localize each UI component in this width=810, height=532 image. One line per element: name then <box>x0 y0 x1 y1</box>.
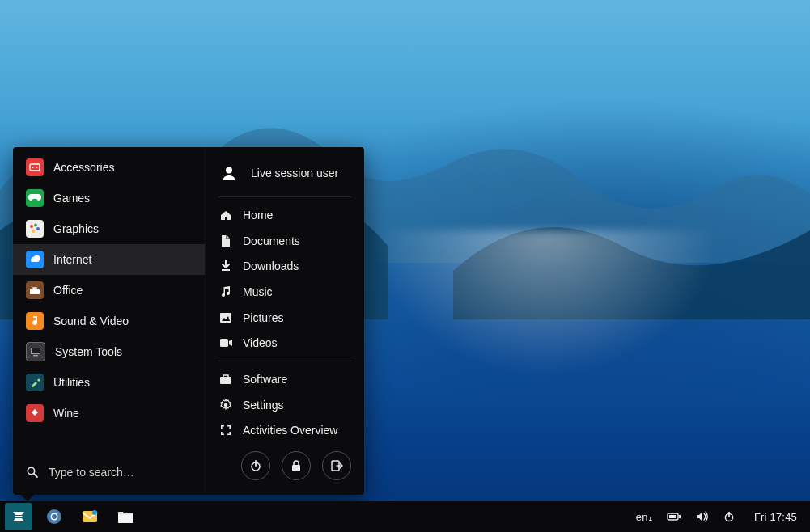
system-activities[interactable]: Activities Overview <box>206 417 364 443</box>
system-software[interactable]: Software <box>206 366 364 392</box>
search-input[interactable] <box>47 465 192 479</box>
category-graphics[interactable]: Graphics <box>13 213 205 244</box>
keyboard-layout-indicator[interactable]: en₁ <box>636 511 652 523</box>
taskbar-left <box>0 503 139 530</box>
activities-icon <box>218 423 233 437</box>
power-button[interactable] <box>241 451 270 480</box>
search-icon <box>26 466 39 479</box>
category-system-tools[interactable]: System Tools <box>13 336 205 367</box>
category-wine[interactable]: Wine <box>13 398 205 429</box>
battery-icon[interactable] <box>667 512 681 521</box>
place-documents[interactable]: Documents <box>206 228 364 254</box>
svg-point-1 <box>32 167 34 168</box>
internet-icon <box>26 251 44 268</box>
lock-button[interactable] <box>282 451 311 480</box>
volume-icon[interactable] <box>696 511 709 522</box>
zorin-logo-icon <box>10 508 28 526</box>
place-home[interactable]: Home <box>206 202 364 228</box>
videos-icon <box>218 336 233 350</box>
svg-point-25 <box>52 514 57 519</box>
graphics-icon <box>26 220 44 238</box>
pictures-icon <box>218 310 233 325</box>
place-label: Documents <box>243 234 351 247</box>
taskbar-app-chromium[interactable] <box>40 503 68 530</box>
category-label: Accessories <box>53 161 192 174</box>
power-icon <box>249 459 262 472</box>
home-icon <box>218 208 233 222</box>
category-label: Sound & Video <box>53 315 192 327</box>
taskbar-app-files[interactable] <box>112 503 139 530</box>
settings-icon <box>218 398 233 412</box>
place-label: Home <box>243 209 351 222</box>
user-header[interactable]: Live session user <box>206 152 364 192</box>
office-icon <box>26 281 44 299</box>
chromium-icon <box>45 508 63 526</box>
svg-line-12 <box>34 474 37 477</box>
taskbar-app-mail[interactable] <box>76 503 104 530</box>
svg-rect-21 <box>292 465 300 471</box>
category-internet[interactable]: Internet <box>13 244 205 275</box>
svg-rect-15 <box>220 313 231 323</box>
svg-point-27 <box>92 510 97 515</box>
svg-rect-31 <box>669 515 676 518</box>
svg-point-13 <box>226 167 232 173</box>
system-settings[interactable]: Settings <box>206 392 364 418</box>
clock[interactable]: Fri 17:45 <box>754 511 797 523</box>
svg-rect-17 <box>220 377 231 384</box>
system-label: Settings <box>243 399 351 412</box>
svg-rect-10 <box>33 355 38 356</box>
places-column: Live session user Home Documents Downloa… <box>205 147 364 495</box>
svg-rect-14 <box>222 269 230 271</box>
category-accessories[interactable]: Accessories <box>13 152 205 183</box>
start-menu: Accessories Games Graphics Internet <box>13 147 364 495</box>
place-downloads[interactable]: Downloads <box>206 254 364 280</box>
category-label: Graphics <box>53 222 192 235</box>
svg-point-2 <box>36 167 38 168</box>
search-row <box>13 454 205 490</box>
logout-button[interactable] <box>322 451 351 480</box>
place-videos[interactable]: Videos <box>206 331 364 357</box>
svg-point-6 <box>32 230 35 233</box>
svg-point-3 <box>30 225 33 228</box>
utilities-icon <box>26 374 44 391</box>
category-sound-video[interactable]: Sound & Video <box>13 306 205 336</box>
start-button[interactable] <box>5 503 32 530</box>
place-label: Pictures <box>243 311 351 324</box>
files-icon <box>117 509 134 525</box>
games-icon <box>26 189 44 207</box>
category-office[interactable]: Office <box>13 275 205 306</box>
svg-rect-9 <box>32 348 40 353</box>
sound-video-icon <box>26 312 44 330</box>
accessories-icon <box>26 158 44 176</box>
music-icon <box>218 285 233 299</box>
category-column: Accessories Games Graphics Internet <box>13 147 205 495</box>
divider <box>218 196 351 197</box>
user-icon <box>218 163 240 184</box>
documents-icon <box>218 234 233 248</box>
svg-rect-16 <box>220 339 228 347</box>
place-music[interactable]: Music <box>206 279 364 305</box>
wine-icon <box>26 404 44 422</box>
svg-rect-30 <box>679 515 681 518</box>
svg-point-18 <box>224 403 228 407</box>
taskbar-right: en₁ Fri 17:45 <box>636 511 810 523</box>
user-name: Live session user <box>251 167 338 179</box>
category-utilities[interactable]: Utilities <box>13 367 205 398</box>
category-label: Utilities <box>53 376 192 389</box>
taskbar: en₁ Fri 17:45 <box>0 501 810 532</box>
place-pictures[interactable]: Pictures <box>206 305 364 331</box>
logout-icon <box>330 459 343 472</box>
place-label: Videos <box>243 336 351 349</box>
category-games[interactable]: Games <box>13 183 205 213</box>
category-label: Internet <box>53 253 192 266</box>
category-label: Wine <box>53 407 192 420</box>
svg-point-5 <box>36 227 40 230</box>
session-power-icon[interactable] <box>723 511 735 522</box>
svg-rect-28 <box>118 514 133 523</box>
session-actions <box>206 443 364 490</box>
downloads-icon <box>218 259 233 273</box>
category-label: Games <box>53 192 192 205</box>
wallpaper-reflection <box>372 230 720 376</box>
system-label: Activities Overview <box>243 424 351 437</box>
lock-icon <box>290 459 302 472</box>
